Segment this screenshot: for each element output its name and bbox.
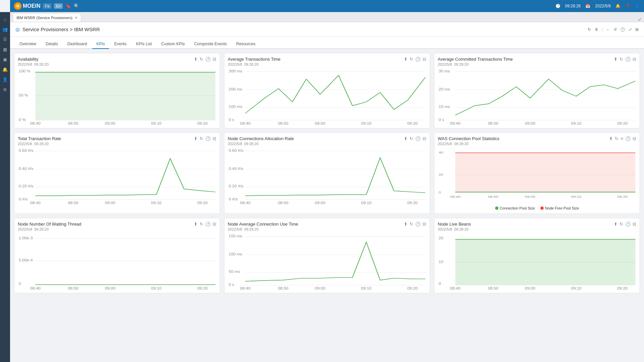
kpi-date-avg-committed: 2022/5/8 09:28:20 xyxy=(438,62,513,66)
kpi-upload-icon6[interactable]: ⬆ xyxy=(609,136,613,141)
svg-text:300 ms: 300 ms xyxy=(229,69,243,73)
kpi-card-total-tx-rate: Total Transaction Rate 2022/5/8 09:28:20… xyxy=(14,132,220,214)
kpi-actions-live-beans: ⬆ ↻ 🕐 ⊟ xyxy=(614,222,636,227)
search-icon[interactable]: 🔍 xyxy=(74,3,79,9)
kpi-clock-icon2[interactable]: 🕐 xyxy=(415,57,421,62)
svg-text:09:00: 09:00 xyxy=(105,201,115,204)
grid-icon[interactable]: ⊞ xyxy=(635,27,639,32)
kpi-refresh-icon6[interactable]: ↻ xyxy=(615,136,619,141)
kpi-clock-icon5[interactable]: 🕐 xyxy=(415,136,421,141)
tab-events[interactable]: Events xyxy=(110,40,131,49)
kpi-more-icon7[interactable]: ⊟ xyxy=(213,222,216,227)
window-tab[interactable]: IBM WSRR (Service Provisioners) × xyxy=(13,13,81,22)
svg-text:09:20: 09:20 xyxy=(197,201,208,204)
kpi-refresh-icon4[interactable]: ↻ xyxy=(200,136,203,141)
tab-kpis[interactable]: KPIs xyxy=(92,40,109,49)
kpi-clock-icon6[interactable]: 🕐 xyxy=(625,136,631,141)
svg-text:09:10: 09:10 xyxy=(361,201,372,204)
expand-icon[interactable]: ⤢ xyxy=(629,27,632,32)
svg-text:09:20: 09:20 xyxy=(617,195,628,198)
svg-text:09:20: 09:20 xyxy=(617,122,628,125)
svg-text:0 s: 0 s xyxy=(439,118,444,122)
svg-text:09:00: 09:00 xyxy=(525,195,535,198)
svg-text:09:20: 09:20 xyxy=(407,201,418,204)
kpi-title-avg-committed: Average Committed Transactions Time xyxy=(438,57,513,62)
kpi-clock-icon7[interactable]: 🕐 xyxy=(205,222,211,227)
kpi-refresh-icon7[interactable]: ↻ xyxy=(200,222,203,227)
sidebar-icon-users[interactable]: 👥 xyxy=(1,25,9,34)
kpi-upload-icon7[interactable]: ⬆ xyxy=(194,222,198,227)
chart-avg-tx-time: 300 ms 200 ms 100 ms 0 s 08:40 08:50 09:… xyxy=(228,68,426,125)
help-icon[interactable]: ❓ xyxy=(625,4,630,8)
tab-resources[interactable]: Resources xyxy=(232,40,259,49)
svg-text:08:40: 08:40 xyxy=(30,201,41,204)
kpi-more-icon3[interactable]: ⊟ xyxy=(633,57,636,62)
tab-details[interactable]: Details xyxy=(42,40,62,49)
kpi-more-icon6[interactable]: ⊟ xyxy=(633,136,636,141)
svg-text:09:20: 09:20 xyxy=(197,287,208,290)
kpi-refresh-icon5[interactable]: ↻ xyxy=(410,136,413,141)
sidebar-icon-monitor[interactable]: ▣ xyxy=(1,55,9,64)
kpi-upload-icon3[interactable]: ⬆ xyxy=(614,57,618,62)
kpi-date-availability: 2022/5/8 09:28:20 xyxy=(18,62,49,66)
kpi-clock-icon9[interactable]: 🕐 xyxy=(625,222,631,227)
clock-action-icon[interactable]: 🕐 xyxy=(620,27,625,32)
svg-text:09:00: 09:00 xyxy=(525,287,535,290)
legend-dot-red xyxy=(540,206,544,210)
svg-text:100 ms: 100 ms xyxy=(229,105,243,109)
kpi-upload-icon8[interactable]: ⬆ xyxy=(404,222,408,227)
kpi-more-icon9[interactable]: ⊟ xyxy=(633,222,636,227)
kpi-upload-icon2[interactable]: ⬆ xyxy=(404,57,408,62)
sidebar-icon-gear[interactable]: ⚙ xyxy=(1,85,9,94)
kpi-upload-icon4[interactable]: ⬆ xyxy=(194,136,198,141)
sidebar-icon-user[interactable]: 👤 xyxy=(1,75,9,84)
kpi-refresh-icon9[interactable]: ↻ xyxy=(620,222,623,227)
kpi-date-avg-conn-time: 2022/5/8 09:28:20 xyxy=(228,227,298,231)
tab-overview[interactable]: Overview xyxy=(15,40,40,49)
calendar-icon: 📅 xyxy=(585,4,590,8)
kpi-more-icon2[interactable]: ⊟ xyxy=(423,57,426,62)
reload-icon[interactable]: ↺ xyxy=(613,27,617,32)
kpi-upload-icon5[interactable]: ⬆ xyxy=(404,136,408,141)
kpi-list-icon6[interactable]: ≡ xyxy=(621,136,623,141)
kpi-title-node-conn: Node Connections Allocation Rate xyxy=(228,136,294,141)
kpi-upload-icon[interactable]: ⬆ xyxy=(194,57,198,62)
svg-text:08:50: 08:50 xyxy=(278,122,288,125)
tab-custom-kpis[interactable]: Custom KPIs xyxy=(157,40,189,49)
window-tab-close[interactable]: × xyxy=(75,15,77,20)
kpi-refresh-icon2[interactable]: ↻ xyxy=(410,57,413,62)
svg-text:50 ms: 50 ms xyxy=(229,270,240,274)
kpi-clock-icon8[interactable]: 🕐 xyxy=(415,222,421,227)
kpi-refresh-icon8[interactable]: ↻ xyxy=(410,222,413,227)
kpi-refresh-icon3[interactable]: ↻ xyxy=(620,57,623,62)
page-header: ◎ Service Provisioners > IBM WSRR ↻ ⏸ | … xyxy=(10,22,644,37)
kpi-more-icon[interactable]: ⊟ xyxy=(213,57,216,62)
notification-icon[interactable]: 🔔 xyxy=(615,4,621,8)
lang-en-button[interactable]: En xyxy=(54,3,62,9)
kpi-upload-icon9[interactable]: ⬆ xyxy=(614,222,618,227)
kpi-clock-icon4[interactable]: 🕐 xyxy=(205,136,211,141)
window-maximize-icon[interactable]: ⤢ xyxy=(638,17,644,22)
kpi-refresh-icon[interactable]: ↻ xyxy=(200,57,203,62)
sidebar-icon-home[interactable]: ⌂ xyxy=(1,15,9,23)
svg-text:0.40 #/s: 0.40 #/s xyxy=(229,167,244,171)
bookmark-icon[interactable]: 🔖 xyxy=(65,3,71,9)
sidebar-icon-bell[interactable]: 🔔 xyxy=(1,65,9,74)
svg-text:09:10: 09:10 xyxy=(361,287,372,290)
kpi-more-icon5[interactable]: ⊟ xyxy=(423,136,426,141)
svg-text:08:50: 08:50 xyxy=(488,195,498,198)
tab-dashboard[interactable]: Dashboard xyxy=(63,40,91,49)
kpi-clock-icon3[interactable]: 🕐 xyxy=(625,57,631,62)
tab-composite-events[interactable]: Composite Events xyxy=(190,40,231,49)
pause-icon[interactable]: ⏸ xyxy=(594,27,598,32)
refresh-icon[interactable]: ↻ xyxy=(588,27,591,32)
sidebar-icon-list[interactable]: ☰ xyxy=(1,35,9,44)
tab-kpis-list[interactable]: KPIs List xyxy=(132,40,156,49)
lang-fa-button[interactable]: Fa xyxy=(43,3,51,9)
kpi-more-icon4[interactable]: ⊟ xyxy=(213,136,216,141)
kpi-more-icon8[interactable]: ⊟ xyxy=(423,222,426,227)
kpi-clock-icon[interactable]: 🕐 xyxy=(205,57,211,62)
back-icon[interactable]: ← xyxy=(606,27,610,32)
user-icon[interactable]: 👤 xyxy=(635,4,640,8)
sidebar-icon-grid[interactable]: ▦ xyxy=(1,45,9,54)
